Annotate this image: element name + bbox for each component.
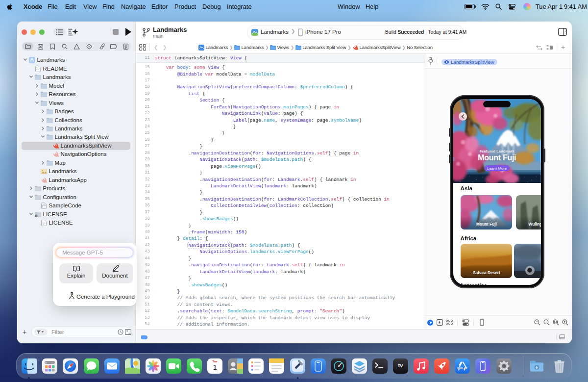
- svg-text:1: 1: [545, 320, 547, 324]
